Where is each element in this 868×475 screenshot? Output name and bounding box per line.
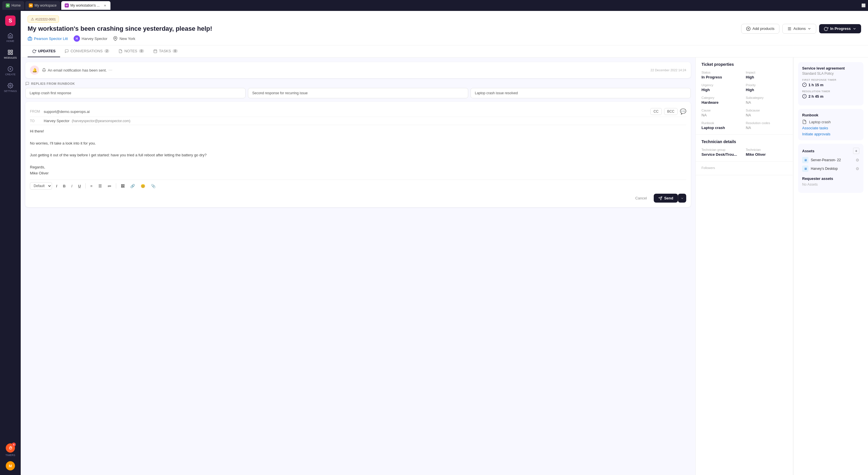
to-value: Harvey Spector — [44, 119, 70, 123]
properties-panel: Ticket properties Status In Progress Imp… — [695, 58, 793, 475]
asset-item-2: 🖥 Harvey's Desktop ⚙ — [802, 166, 859, 172]
tab-tasks[interactable]: TASKS 0 — [149, 45, 182, 57]
actions-button[interactable]: Actions — [782, 24, 816, 34]
modules-icon — [7, 49, 13, 55]
send-button[interactable]: Send — [654, 194, 678, 203]
chevron-down-icon — [807, 27, 811, 31]
followers-section: Followers — [696, 162, 793, 175]
bcc-button[interactable]: BCC — [664, 108, 678, 115]
tab-close-icon[interactable]: ✕ — [103, 3, 107, 7]
runbook-card-3[interactable]: Laptop crash issue resolved — [470, 88, 691, 98]
ordered-list-button[interactable]: ≔ — [106, 183, 113, 189]
content-area: ⚠ #122222-0001 My workstation's been cra… — [21, 11, 868, 475]
email-line2: No worries, I'll take a look into it for… — [30, 140, 686, 146]
italic-button2[interactable]: I — [70, 183, 74, 189]
italic-button[interactable]: I — [54, 183, 59, 189]
asset-action-2[interactable]: ⚙ — [856, 166, 859, 171]
notification-card: 🔔 An email notification has been sent. ·… — [25, 62, 691, 78]
sidebar-item-timers[interactable]: ⏱ 6 TIMERS — [2, 441, 19, 459]
company-name: Pearson Spector Litt — [34, 36, 68, 41]
notification-more[interactable]: ··· — [108, 68, 112, 73]
add-icon — [746, 27, 751, 31]
underline-button[interactable]: U — [76, 183, 83, 189]
document-icon — [802, 120, 807, 124]
sidebar-item-create[interactable]: CREATE — [2, 64, 19, 78]
assignee-avatar: H — [74, 35, 80, 42]
conversations-icon — [65, 49, 69, 53]
cancel-button[interactable]: Cancel — [631, 194, 651, 203]
add-asset-button[interactable]: + — [853, 148, 859, 154]
send-button-group: Send — [654, 194, 686, 203]
sidebar-item-modules[interactable]: MODULES — [2, 47, 19, 62]
initiate-approvals-link[interactable]: Initiate approvals — [802, 132, 859, 136]
company-link[interactable]: Pearson Spector Litt — [28, 36, 68, 41]
tab-conversations[interactable]: CONVERSATIONS 2 — [60, 45, 114, 57]
tab-home[interactable]: H Home — [2, 1, 24, 10]
runbook-card-2[interactable]: Second response for recurring issue — [248, 88, 468, 98]
actions-icon — [787, 27, 792, 31]
user-avatar[interactable]: M — [6, 461, 15, 470]
ticket-header: ⚠ #122222-0001 My workstation's been cra… — [21, 11, 868, 45]
sidebar-bottom: ⏱ 6 TIMERS M — [2, 441, 19, 470]
image-button[interactable]: 🖼 — [119, 183, 126, 189]
add-products-button[interactable]: Add products — [741, 24, 779, 34]
header-row: ⚠ #122222-0001 My workstation's been cra… — [28, 15, 861, 42]
sidebar-item-settings[interactable]: SETTINGS — [2, 80, 19, 95]
toolbar-sep2 — [116, 183, 116, 189]
svg-rect-2 — [8, 53, 10, 55]
tech-details-section: Technician details Technician group Serv… — [696, 135, 793, 162]
tech-title: Technician details — [702, 139, 787, 144]
font-select[interactable]: Default — [30, 182, 52, 190]
send-dropdown-button[interactable] — [678, 194, 686, 203]
resolution-label: RESOLUTION TIMER — [802, 90, 859, 93]
bold-button[interactable]: B — [61, 183, 67, 189]
timers-avatar: ⏱ 6 — [6, 443, 15, 452]
assets-header: Assets + — [802, 148, 859, 154]
runbook-card-1[interactable]: Laptop crash first response — [25, 88, 246, 98]
tab-ticket[interactable]: M My workstation's ... ✕ — [61, 1, 111, 10]
cc-button[interactable]: CC — [650, 108, 661, 115]
ticket-meta: Pearson Spector Litt H Harvey Spector Ne… — [28, 35, 741, 42]
prop-category: Category Hardware — [702, 96, 743, 105]
tab-workspace[interactable]: M My workspace — [25, 1, 60, 10]
prop-cause: Cause NA — [702, 109, 743, 117]
list-button[interactable]: ☰ — [97, 183, 103, 189]
prop-urgency: Urgency High — [702, 83, 743, 92]
prop-cause-value: NA — [702, 113, 743, 117]
assignee-meta: H Harvey Spector — [74, 35, 107, 42]
send-icon — [658, 196, 662, 200]
runbook-header: REPLIES FROM RUNBOOK — [25, 81, 691, 86]
prop-status: Status In Progress — [702, 71, 743, 79]
sidebar-item-home[interactable]: HOME — [2, 30, 19, 45]
main-body: 🔔 An email notification has been sent. ·… — [21, 58, 868, 475]
tab-notes[interactable]: NOTES 0 — [114, 45, 148, 57]
updates-panel: 🔔 An email notification has been sent. ·… — [21, 58, 695, 475]
sidebar: S HOME MODULES CREATE SETTINGS ⏱ 6 TIMER… — [0, 11, 21, 475]
link-button[interactable]: 🔗 — [129, 183, 136, 189]
ticket-id: #122222-0001 — [35, 18, 56, 21]
email-line5: Mike Oliver — [30, 170, 686, 176]
ai-suggest-icon[interactable]: 💬 — [680, 108, 686, 115]
align-button[interactable]: ≡ — [89, 183, 94, 189]
sla-title: Service level agreement — [802, 66, 859, 70]
tab-updates[interactable]: UPDATES — [28, 45, 60, 57]
sidebar-create-label: CREATE — [5, 73, 16, 76]
tasks-badge: 0 — [173, 49, 178, 53]
associate-tasks-link[interactable]: Associate tasks — [802, 126, 859, 130]
email-to-field: TO Harvey Spector (harveyspector@pearson… — [30, 117, 686, 125]
followers-label: Followers — [702, 166, 787, 170]
runbook-panel: Runbook Laptop crash Associate tasks Ini… — [798, 109, 863, 140]
right-panel: Service level agreement Standard SLA Pol… — [793, 58, 868, 475]
sla-card: Service level agreement Standard SLA Pol… — [798, 62, 863, 105]
attach-button[interactable]: 📎 — [149, 183, 157, 189]
prop-urgency-value: High — [702, 88, 743, 92]
properties-title: Ticket properties — [702, 62, 787, 67]
asset-action-1[interactable]: ⚙ — [856, 158, 859, 162]
notes-icon — [119, 49, 123, 53]
email-body[interactable]: Hi there! No worries, I'll take a look i… — [30, 125, 686, 179]
compose-toolbar: Default I B I U ≡ ☰ ≔ 🖼 🔗 😊 📎 — [30, 179, 686, 191]
updates-icon — [32, 49, 36, 53]
emoji-button[interactable]: 😊 — [139, 183, 147, 189]
status-button[interactable]: In Progress — [819, 24, 861, 33]
svg-point-9 — [115, 38, 116, 39]
